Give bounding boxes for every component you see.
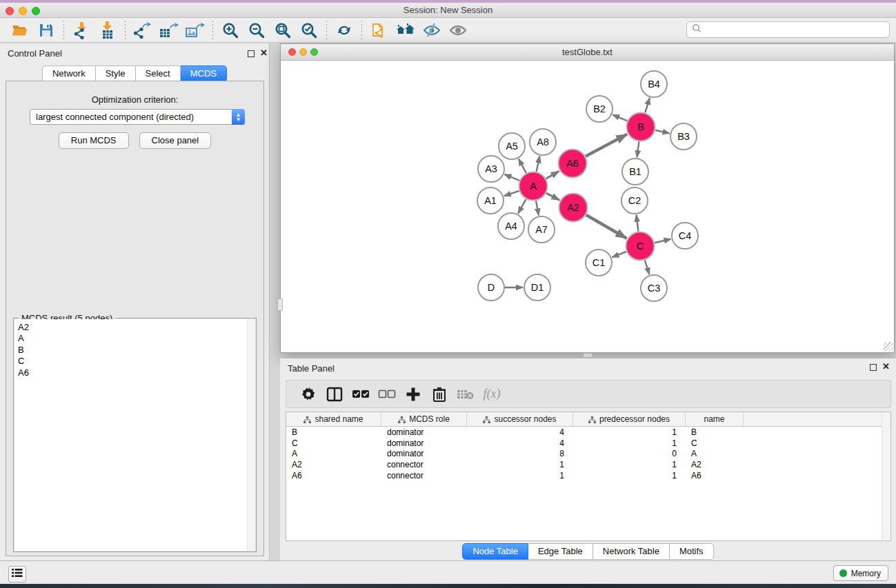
zoom-fit-icon[interactable]	[270, 20, 296, 41]
column-header-name[interactable]: name	[686, 412, 744, 426]
close-panel-icon[interactable]: ✕	[260, 48, 268, 58]
tab-style[interactable]: Style	[96, 65, 136, 82]
memory-button[interactable]: Memory	[833, 565, 888, 581]
home-icon[interactable]	[392, 20, 419, 41]
network-window-titlebar[interactable]: testGlobe.txt	[281, 44, 894, 61]
clone-network-icon[interactable]	[366, 20, 392, 41]
float-panel-icon[interactable]	[248, 50, 255, 57]
graph-node-C1[interactable]: C1	[586, 250, 612, 276]
table-scrollbar[interactable]	[882, 413, 890, 540]
select-all-icon[interactable]	[348, 383, 374, 405]
tab-network-table[interactable]: Network Table	[593, 543, 670, 560]
hide-graphics-icon[interactable]	[419, 20, 445, 41]
float-table-panel-icon[interactable]	[870, 364, 877, 371]
graph-edge-A-A5[interactable]	[519, 159, 526, 174]
task-history-button[interactable]	[8, 566, 26, 582]
graph-edge-C-C4[interactable]	[655, 239, 671, 243]
table-row[interactable]: A6connector11A6	[286, 470, 890, 481]
tab-motifs[interactable]: Motifs	[670, 543, 714, 560]
settings-gear-icon[interactable]	[295, 383, 321, 405]
mcds-result-list[interactable]: A2ABCA6	[14, 319, 255, 551]
graph-node-C[interactable]: C	[626, 232, 655, 261]
graph-node-C2[interactable]: C2	[621, 187, 648, 214]
close-table-panel-icon[interactable]: ✕	[882, 361, 890, 372]
graph-edge-A-A3[interactable]	[504, 174, 519, 181]
open-session-icon[interactable]	[7, 20, 33, 41]
graph-node-B4[interactable]: B4	[641, 71, 667, 97]
graph-node-A1[interactable]: A1	[477, 187, 504, 214]
delete-column-icon[interactable]	[426, 383, 452, 405]
window-resize-grip[interactable]	[884, 342, 893, 352]
graph-edge-A6-B[interactable]	[586, 134, 627, 156]
close-panel-button[interactable]: Close panel	[139, 132, 212, 149]
mcds-result-item[interactable]: A6	[18, 367, 255, 378]
refresh-icon[interactable]	[331, 20, 357, 41]
graph-edge-A2-C[interactable]	[586, 215, 627, 239]
tab-select[interactable]: Select	[136, 65, 181, 82]
table-cell[interactable]: 1	[573, 459, 686, 470]
table-cell[interactable]: A6	[286, 470, 381, 481]
table-cell[interactable]: C	[686, 438, 744, 449]
tab-mcds[interactable]: MCDS	[181, 65, 227, 82]
column-header-shared-name[interactable]: shared name	[286, 412, 381, 426]
table-cell[interactable]: dominator	[381, 448, 467, 459]
mcds-result-item[interactable]: C	[18, 356, 255, 367]
table-cell[interactable]: 1	[573, 438, 686, 449]
graph-edge-C-C1[interactable]	[612, 252, 626, 257]
table-cell[interactable]: 4	[467, 427, 573, 438]
graph-node-A2[interactable]: A2	[559, 194, 588, 222]
network-graph[interactable]: B4B2BB3A5A8A6B1A3AC2A1A2A4A7C4CC1C3DD1	[281, 61, 894, 352]
search-input[interactable]	[701, 25, 889, 35]
graph-node-B3[interactable]: B3	[670, 123, 697, 150]
graph-node-D[interactable]: D	[478, 274, 504, 301]
graph-edge-A-A7[interactable]	[536, 201, 539, 215]
show-graphics-icon[interactable]	[445, 20, 471, 41]
import-table-icon[interactable]	[94, 20, 121, 41]
graph-node-A3[interactable]: A3	[478, 156, 504, 182]
graph-node-B1[interactable]: B1	[622, 159, 648, 185]
graph-edge-B-B3[interactable]	[655, 130, 670, 134]
table-row[interactable]: Cdominator41C	[286, 438, 890, 449]
graph-node-A6[interactable]: A6	[559, 150, 587, 178]
zoom-in-icon[interactable]	[217, 20, 243, 41]
result-list-scrollbar[interactable]	[247, 319, 255, 551]
export-table-icon[interactable]	[156, 20, 182, 41]
table-cell[interactable]: 4	[467, 438, 573, 449]
table-row[interactable]: A2connector11A2	[286, 459, 890, 470]
table-cell[interactable]: C	[286, 438, 381, 449]
split-divider-handle[interactable]	[583, 353, 593, 358]
table-cell[interactable]: B	[686, 427, 744, 438]
mcds-result-item[interactable]: B	[18, 345, 255, 356]
graph-node-A[interactable]: A	[519, 172, 548, 201]
column-header-successor-nodes[interactable]: successor nodes	[467, 412, 573, 426]
table-cell[interactable]: A	[286, 448, 381, 459]
graph-node-B[interactable]: B	[627, 113, 655, 141]
add-column-icon[interactable]	[400, 383, 426, 405]
table-cell[interactable]: 0	[573, 448, 686, 459]
table-cell[interactable]: 1	[467, 470, 573, 481]
export-network-icon[interactable]	[130, 20, 156, 41]
table-cell[interactable]: A	[686, 448, 744, 459]
graph-edge-A-A6[interactable]	[546, 171, 559, 179]
table-cell[interactable]: connector	[381, 470, 467, 481]
graph-edge-B-B2[interactable]	[613, 114, 627, 121]
table-cell[interactable]: A6	[686, 470, 744, 481]
graph-node-C4[interactable]: C4	[672, 223, 698, 249]
search-box[interactable]	[686, 21, 890, 38]
zoom-out-icon[interactable]	[243, 20, 270, 41]
graph-edge-C-C3[interactable]	[645, 260, 650, 274]
run-mcds-button[interactable]: Run MCDS	[59, 132, 129, 149]
save-session-icon[interactable]	[33, 20, 59, 41]
table-row[interactable]: Bdominator41B	[286, 427, 890, 438]
table-cell[interactable]: 8	[467, 448, 573, 459]
table-cell[interactable]: 1	[467, 459, 573, 470]
split-view-icon[interactable]	[321, 383, 348, 405]
graph-edge-A-A1[interactable]	[504, 191, 519, 196]
optimization-select[interactable]: largest connected component (directed) ▲…	[30, 109, 245, 125]
column-header-predecessor-nodes[interactable]: predecessor nodes	[573, 412, 686, 426]
birdseye-handle-icon[interactable]	[277, 298, 283, 311]
table-cell[interactable]: dominator	[381, 438, 467, 449]
import-network-icon[interactable]	[68, 20, 94, 41]
table-cell[interactable]: connector	[381, 459, 467, 470]
network-canvas[interactable]: B4B2BB3A5A8A6B1A3AC2A1A2A4A7C4CC1C3DD1	[281, 61, 894, 352]
